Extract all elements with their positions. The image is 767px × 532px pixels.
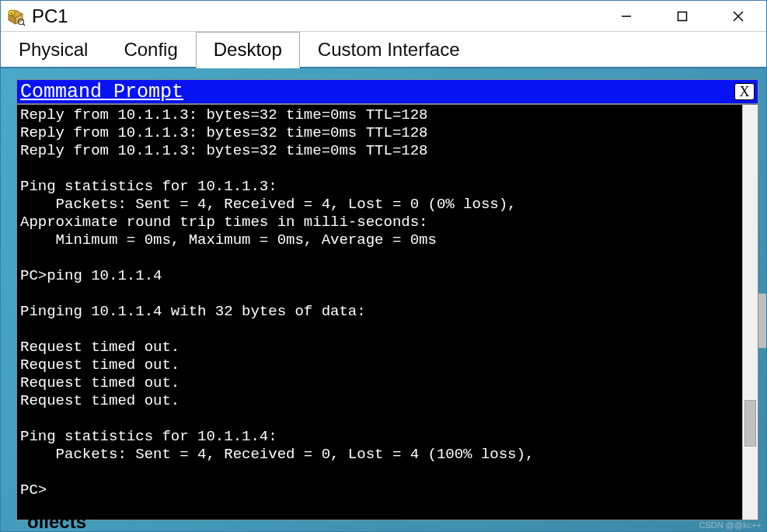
command-prompt-titlebar[interactable]: Command Prompt X — [17, 80, 758, 103]
command-prompt-close-button[interactable]: X — [734, 83, 755, 100]
maximize-icon — [677, 11, 688, 22]
window-controls — [598, 1, 766, 31]
window-title: PC1 — [32, 5, 598, 27]
close-button[interactable] — [710, 1, 766, 31]
outer-scroll-thumb[interactable] — [758, 294, 766, 348]
desktop-area: ollects Command Prompt X Reply from 10.1… — [1, 68, 766, 531]
terminal-container: Reply from 10.1.1.3: bytes=32 time=0ms T… — [17, 103, 758, 520]
svg-rect-8 — [678, 12, 687, 20]
watermark-text: CSDN @@kc++ — [699, 520, 762, 530]
svg-text:S: S — [10, 12, 13, 16]
tab-custom-interface[interactable]: Custom Interface — [300, 32, 478, 67]
tab-bar: Physical Config Desktop Custom Interface — [1, 32, 766, 68]
tab-desktop[interactable]: Desktop — [196, 32, 300, 68]
tab-physical[interactable]: Physical — [1, 32, 106, 67]
app-window: S PC1 — [0, 0, 767, 532]
minimize-icon — [621, 11, 632, 22]
tab-config[interactable]: Config — [106, 32, 195, 67]
maximize-button[interactable] — [654, 1, 710, 31]
app-icon: S — [5, 6, 26, 26]
titlebar[interactable]: S PC1 — [1, 1, 766, 32]
command-prompt-title: Command Prompt — [20, 81, 734, 103]
close-icon — [732, 10, 744, 23]
terminal-scrollbar[interactable] — [742, 105, 758, 520]
svg-line-6 — [23, 23, 26, 26]
terminal-output[interactable]: Reply from 10.1.1.3: bytes=32 time=0ms T… — [17, 105, 742, 520]
minimize-button[interactable] — [598, 1, 654, 31]
scrollbar-thumb[interactable] — [744, 400, 756, 447]
command-prompt-window: Command Prompt X Reply from 10.1.1.3: by… — [16, 79, 758, 520]
